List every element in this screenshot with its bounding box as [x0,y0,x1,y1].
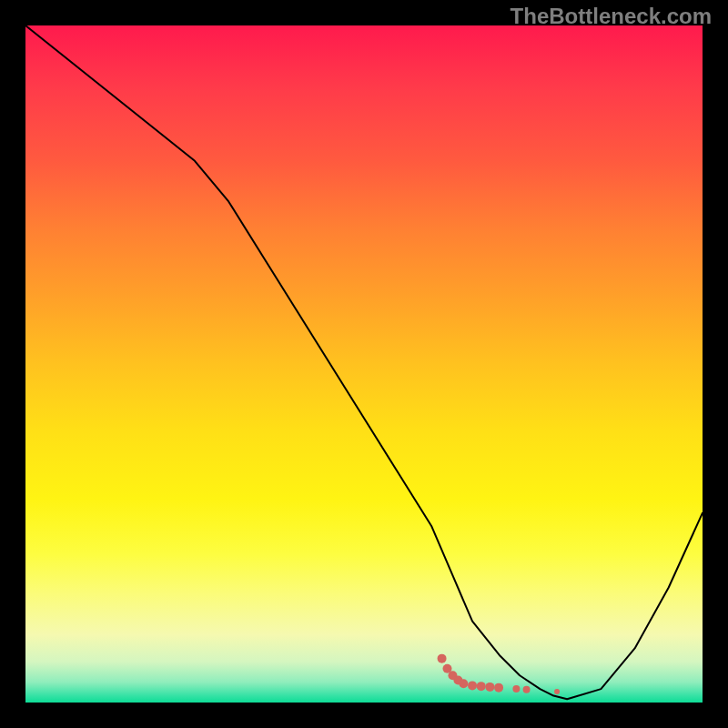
chart-marker-point [523,686,531,693]
chart-markers [438,654,560,694]
chart-marker-point [438,654,447,663]
chart-marker-point [494,683,503,693]
chart-marker-point [485,682,494,692]
chart-marker-point [477,682,486,691]
chart-svg [25,25,703,703]
chart-marker-point [512,685,520,693]
chart-marker-point [459,679,468,688]
chart-marker-point [554,689,560,694]
chart-curve [25,25,703,699]
watermark-text: TheBottleneck.com [511,4,712,29]
chart-marker-point [468,681,477,690]
